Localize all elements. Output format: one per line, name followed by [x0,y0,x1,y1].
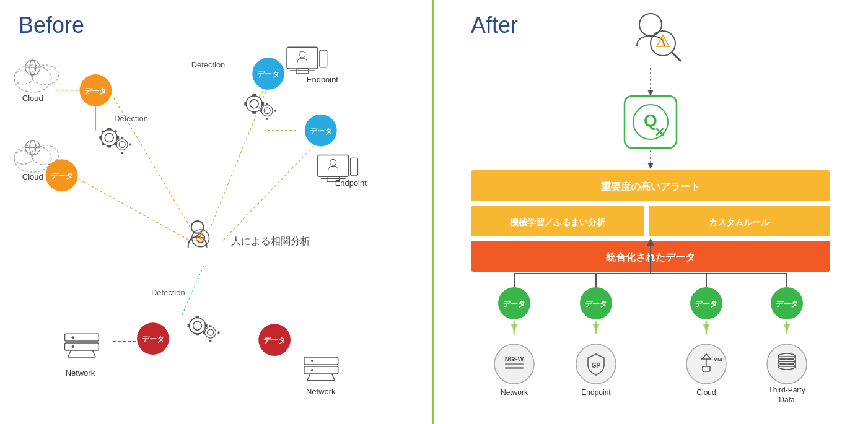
svg-rect-32 [101,142,105,146]
svg-line-20 [222,136,323,241]
svg-point-174 [778,353,796,360]
svg-rect-137 [471,241,830,272]
svg-point-66 [196,234,205,243]
svg-rect-49 [266,118,268,120]
svg-line-127 [657,129,663,135]
svg-rect-54 [196,316,199,318]
svg-point-58 [205,327,216,338]
svg-point-41 [250,100,258,108]
svg-rect-43 [252,111,256,114]
svg-text:Network: Network [306,387,336,396]
svg-point-52 [190,318,206,334]
svg-point-83 [72,345,74,348]
svg-line-91 [307,374,310,381]
svg-rect-79 [351,158,358,175]
svg-point-4 [30,60,36,75]
svg-point-82 [72,336,74,339]
svg-point-162 [494,344,534,384]
svg-point-102 [137,322,169,355]
svg-rect-45 [261,102,264,106]
svg-text:Cloud: Cloud [22,93,43,103]
svg-point-148 [580,287,612,319]
svg-text:カスタムルール: カスタムルール [709,217,770,227]
svg-text:Endpoint: Endpoint [335,178,367,188]
svg-text:Network: Network [66,368,95,378]
svg-marker-160 [783,324,791,331]
svg-text:Detection: Detection [114,114,148,123]
svg-rect-36 [121,137,123,139]
svg-text:データ: データ [51,171,73,180]
svg-text:機械学習／ふるまい分析: 機械学習／ふるまい分析 [509,217,606,227]
svg-point-116 [639,14,662,36]
svg-text:NGFW: NGFW [505,356,524,363]
svg-point-8 [14,150,33,164]
svg-line-15 [111,93,191,229]
svg-text:Endpoint: Endpoint [581,388,611,397]
after-title: After [471,12,518,38]
svg-point-150 [690,287,722,319]
svg-point-89 [311,360,313,362]
svg-point-104 [258,324,291,356]
svg-rect-50 [260,110,261,112]
svg-text:データ: データ [84,87,107,95]
before-panel: Before [0,0,434,424]
svg-rect-81 [65,343,99,350]
svg-point-90 [311,369,313,371]
svg-line-19 [210,78,272,229]
svg-line-84 [68,350,71,357]
svg-point-1 [32,65,59,85]
svg-rect-27 [107,145,111,147]
svg-line-23 [182,266,204,316]
svg-rect-56 [188,324,190,327]
svg-marker-156 [592,324,600,331]
svg-rect-60 [209,325,212,327]
before-title: Before [19,12,84,38]
svg-point-3 [25,60,40,75]
svg-point-100 [305,115,337,147]
svg-rect-33 [113,142,117,146]
svg-rect-37 [121,152,123,154]
svg-text:人による相関分析: 人による相関分析 [231,236,310,246]
svg-point-59 [208,329,214,335]
svg-line-21 [271,342,284,343]
svg-point-152 [771,287,803,319]
svg-point-178 [778,363,796,370]
svg-rect-124 [625,96,677,148]
svg-rect-39 [129,143,131,145]
svg-line-17 [259,75,278,97]
svg-point-176 [778,358,796,365]
svg-rect-75 [318,155,349,176]
svg-point-0 [14,65,51,92]
svg-text:Endpoint: Endpoint [307,75,338,84]
svg-rect-63 [217,331,219,334]
svg-rect-42 [252,94,256,97]
svg-rect-171 [703,366,710,371]
svg-rect-29 [116,136,119,140]
svg-rect-80 [65,334,99,341]
svg-text:Cloud: Cloud [696,388,716,397]
svg-point-121 [662,45,664,46]
svg-point-35 [119,141,125,147]
svg-point-69 [200,238,201,240]
svg-point-34 [116,139,128,150]
svg-point-7 [32,145,59,165]
svg-point-96 [46,159,78,191]
svg-rect-76 [327,176,340,181]
after-panel: After Q 重要度の高いアラート [434,0,868,424]
svg-rect-87 [304,357,338,365]
svg-line-118 [672,53,680,61]
svg-rect-44 [244,102,247,106]
svg-point-6 [14,145,51,172]
svg-text:Q: Q [644,111,657,130]
svg-rect-55 [196,333,199,335]
svg-text:統合化されたデータ: 統合化されたデータ [606,252,695,262]
svg-marker-139 [647,238,654,246]
svg-text:データ: データ [257,70,279,79]
svg-text:データ: データ [142,335,164,344]
svg-point-2 [14,71,33,84]
svg-rect-133 [471,206,644,236]
svg-marker-119 [657,35,669,46]
svg-point-40 [246,96,262,112]
svg-point-25 [105,134,113,142]
svg-rect-131 [471,170,830,201]
